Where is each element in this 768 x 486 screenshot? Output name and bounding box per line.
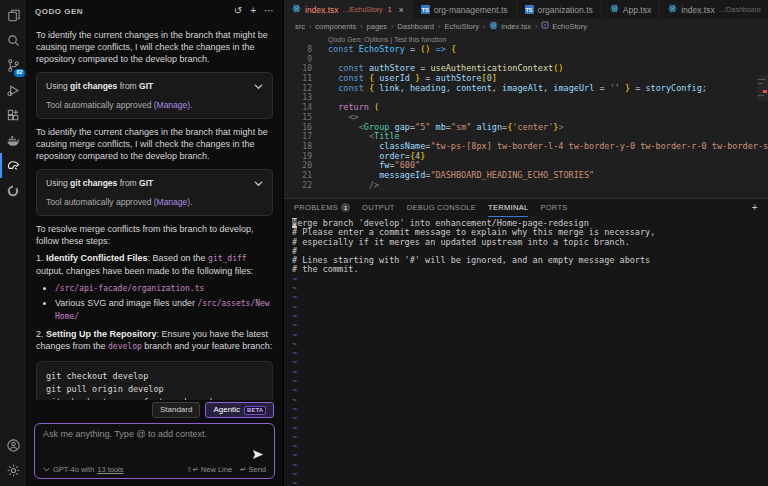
input-footer: GPT-4o with 13 tools ⇧↵ New Line ↵ Send: [43, 465, 266, 474]
standard-mode-button[interactable]: Standard: [152, 402, 200, 418]
agentic-label: Agentic: [213, 405, 240, 415]
model-selector[interactable]: GPT-4o with: [53, 465, 94, 474]
assistant-message: To resolve merge conflicts from this bra…: [36, 223, 273, 247]
vscode-window: 82 QODO GEN ↺ + ⋯: [0, 0, 768, 486]
panel-tab-ports[interactable]: PORTS: [540, 199, 567, 217]
editor-tab[interactable]: index.tsx.../EchoStory1×: [284, 0, 413, 19]
panel-tab-terminal[interactable]: TERMINAL: [488, 199, 528, 217]
send-icon[interactable]: [252, 449, 264, 460]
more-actions-icon[interactable]: ⋯: [264, 6, 274, 16]
qodo-gen-panel: QODO GEN ↺ + ⋯ To identify the current c…: [26, 0, 284, 486]
terminal-empty-line: ~: [292, 433, 768, 442]
code-token: ,: [543, 83, 553, 93]
terminal-output[interactable]: Merge branch 'develop' into enhancement/…: [284, 217, 768, 486]
new-chat-icon[interactable]: +: [250, 6, 256, 16]
breadcrumb-item[interactable]: EchoStory: [444, 22, 479, 31]
source-control-icon[interactable]: 82: [0, 53, 26, 78]
breadcrumb-item[interactable]: components: [315, 22, 356, 31]
line-number: 19: [284, 152, 312, 162]
terminal-line: # the commit.: [292, 265, 768, 274]
prompt-input[interactable]: [43, 429, 266, 465]
account-icon[interactable]: [0, 433, 26, 458]
terminal-empty-line: ~: [292, 368, 768, 377]
extension-ring-icon[interactable]: [0, 178, 26, 203]
code-token: =: [405, 44, 420, 54]
code-token: [328, 141, 379, 151]
line-number: 11: [284, 74, 312, 84]
typescript-icon: TS: [525, 5, 534, 14]
line-number: 18: [284, 142, 312, 152]
docker-icon[interactable]: [0, 128, 26, 153]
code-token: order: [379, 151, 405, 161]
panel-tab-label: OUTPUT: [362, 203, 395, 212]
line-content: const { link, heading, content, imageAlt…: [328, 84, 707, 94]
editor-tab[interactable]: TSorganization.ts: [517, 0, 602, 19]
code-token: [328, 73, 338, 83]
close-icon[interactable]: ×: [399, 5, 404, 15]
run-debug-icon[interactable]: [0, 78, 26, 103]
chevron-down-icon[interactable]: [254, 83, 263, 90]
terminal-empty-line: ~: [292, 470, 768, 479]
new-terminal-icon[interactable]: +: [752, 203, 758, 213]
terminal-empty-line: ~: [292, 275, 768, 284]
code-token: [328, 122, 359, 132]
extensions-icon[interactable]: [0, 103, 26, 128]
line-number: 8: [284, 45, 312, 55]
panel-tab-output[interactable]: OUTPUT: [362, 199, 395, 217]
chevron-down-icon[interactable]: [43, 467, 50, 472]
terminal-empty-line: ~: [292, 303, 768, 312]
breadcrumb-item[interactable]: Dashboard: [397, 22, 434, 31]
step-1: 1. Identify Conflicted Files: Based on t…: [36, 252, 273, 277]
assistant-message: To identify the current changes in the b…: [36, 126, 273, 162]
search-icon[interactable]: [0, 28, 26, 53]
step-title: Identify Conflicted Files: [46, 253, 148, 263]
terminal-empty-line: ~: [292, 414, 768, 423]
code-token: =: [415, 63, 430, 73]
code-token: >: [558, 122, 563, 132]
breadcrumb-label: EchoStory: [552, 22, 587, 31]
breadcrumb-separator: ›: [483, 23, 485, 30]
breadcrumb-item[interactable]: pages: [367, 22, 387, 31]
terminal-empty-line: ~: [292, 349, 768, 358]
qodo-gen-icon[interactable]: [0, 153, 26, 178]
breadcrumb-item[interactable]: src: [295, 22, 305, 31]
tool-name: git changes: [70, 177, 117, 189]
tool-usage-card[interactable]: Using git changes from GIT Tool automati…: [36, 169, 273, 216]
code-token: ,: [400, 83, 410, 93]
code-token: useAuthenticationContext: [430, 63, 553, 73]
settings-icon[interactable]: [0, 458, 26, 483]
terminal-empty-line: ~: [292, 358, 768, 367]
editor-tab[interactable]: TSorg-management.ts: [413, 0, 517, 19]
code-token: [328, 102, 338, 112]
code-token: ,: [492, 83, 502, 93]
terminal-empty-line: ~: [292, 293, 768, 302]
agentic-mode-button[interactable]: AgenticBETA: [205, 402, 274, 418]
code-editor[interactable]: Qodo Gen: Options | Test this function 8…: [284, 33, 768, 198]
step-number: 1.: [36, 253, 46, 263]
tools-link[interactable]: 13 tools: [97, 465, 123, 474]
chevron-down-icon[interactable]: [254, 180, 263, 187]
history-icon[interactable]: ↺: [234, 6, 242, 16]
breadcrumb-item[interactable]: EchoStory: [541, 21, 587, 31]
editor-tab[interactable]: index.tsx.../Dashboard: [660, 0, 768, 19]
code-token: ;: [702, 83, 707, 93]
editor-tab[interactable]: App.tsx: [602, 0, 660, 19]
react-icon: [668, 4, 677, 15]
step-title: Setting Up the Repository: [46, 329, 157, 339]
panel-tab-debug-console[interactable]: DEBUG CONSOLE: [407, 199, 476, 217]
tool-card-title: Using git changes from GIT: [46, 80, 263, 92]
manage-link[interactable]: (Manage): [154, 100, 190, 110]
tool-card-title: Using git changes from GIT: [46, 177, 263, 189]
line-number: 16: [284, 123, 312, 133]
breadcrumb-item[interactable]: index.tsx: [489, 21, 531, 32]
tab-error-badge: 1: [388, 6, 392, 13]
keyboard-hints: ⇧↵ New Line ↵ Send: [186, 465, 266, 474]
line-number: 9: [284, 55, 312, 65]
manage-link[interactable]: (Manage): [154, 197, 190, 207]
minimap[interactable]: [757, 75, 768, 101]
react-icon: [610, 4, 619, 15]
code-token: const: [338, 63, 364, 73]
panel-tab-problems[interactable]: PROBLEMS1: [294, 199, 350, 217]
files-icon[interactable]: [0, 3, 26, 28]
tool-usage-card[interactable]: Using git changes from GIT Tool automati…: [36, 72, 273, 119]
